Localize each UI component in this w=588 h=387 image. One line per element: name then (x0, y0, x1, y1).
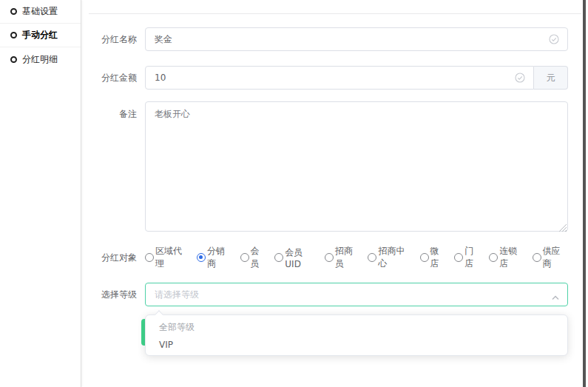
radio-label: 会员 (251, 245, 268, 270)
dropdown-option-vip[interactable]: VIP (146, 336, 567, 354)
sidebar: 基础设置 手动分红 分红明细 (0, 0, 81, 387)
dropdown-notch (155, 310, 163, 318)
level-select-placeholder: 请选择等级 (155, 289, 199, 301)
radio-icon (533, 253, 541, 262)
chevron-up-icon (552, 292, 559, 303)
radio-distributor[interactable]: 分销商 (197, 245, 232, 270)
dropdown-option-all-levels[interactable]: 全部等级 (146, 318, 567, 336)
radio-icon (420, 253, 429, 262)
sidebar-item-basic-settings[interactable]: 基础设置 (0, 0, 81, 24)
level-label: 选择等级 (89, 283, 137, 306)
radio-label: 门店 (464, 245, 481, 270)
level-select[interactable]: 请选择等级 (145, 283, 568, 306)
radio-supplier[interactable]: 供应商 (533, 245, 568, 270)
sidebar-item-label: 基础设置 (22, 5, 58, 18)
radio-icon (240, 253, 249, 262)
radio-chain-store[interactable]: 连锁店 (489, 245, 524, 270)
radio-icon (145, 253, 154, 262)
radio-label: 微店 (430, 245, 447, 270)
circle-icon (10, 56, 17, 63)
radio-label: 供应商 (543, 245, 568, 270)
amount-input[interactable] (145, 66, 534, 90)
form-panel: 分红名称 分红金额 元 备注 (89, 13, 581, 387)
radio-icon (489, 253, 498, 262)
radio-icon (197, 253, 206, 262)
sidebar-item-manual-dividend[interactable]: 手动分红 (0, 24, 81, 47)
radio-label: 区域代理 (155, 245, 189, 270)
scrollbar[interactable] (583, 0, 586, 387)
remark-label: 备注 (89, 101, 137, 234)
circle-icon (10, 8, 17, 15)
radio-member-uid[interactable]: 会员UID (274, 246, 317, 269)
form-row-remark: 备注 老板开心 (89, 101, 568, 234)
radio-member[interactable]: 会员 (240, 245, 268, 270)
sidebar-item-dividend-detail[interactable]: 分红明细 (0, 47, 81, 71)
sidebar-item-label: 分红明细 (22, 53, 58, 66)
radio-recruiter[interactable]: 招商员 (325, 245, 360, 270)
radio-label: 连锁店 (499, 245, 524, 270)
radio-micro-shop[interactable]: 微店 (420, 245, 447, 270)
sidebar-item-label: 手动分红 (22, 29, 58, 41)
name-label: 分红名称 (89, 27, 137, 51)
target-label: 分红对象 (89, 251, 137, 264)
level-dropdown: 全部等级 VIP (145, 314, 568, 356)
circle-icon (10, 32, 17, 38)
form-row-level: 选择等级 请选择等级 (89, 283, 568, 306)
radio-recruit-center[interactable]: 招商中心 (368, 245, 412, 270)
radio-label: 分销商 (207, 245, 232, 270)
radio-area-agent[interactable]: 区域代理 (145, 245, 189, 270)
radio-icon (325, 253, 334, 262)
radio-label: 会员UID (285, 246, 317, 269)
amount-unit: 元 (534, 66, 568, 90)
target-radio-group: 区域代理 分销商 会员 会员UID 招商员 招商中心 (145, 251, 568, 264)
radio-icon (274, 253, 283, 262)
form-row-target: 分红对象 区域代理 分销商 会员 会员UID 招商员 (89, 251, 568, 264)
amount-label: 分红金额 (89, 66, 137, 90)
radio-label: 招商员 (335, 245, 360, 270)
form-row-name: 分红名称 (89, 27, 568, 51)
radio-icon (454, 253, 463, 262)
radio-store[interactable]: 门店 (454, 245, 481, 270)
radio-label: 招商中心 (378, 245, 412, 270)
name-input[interactable] (145, 27, 568, 51)
remark-textarea[interactable]: 老板开心 (145, 101, 568, 232)
form-row-amount: 分红金额 元 (89, 66, 568, 90)
radio-icon (368, 253, 376, 262)
